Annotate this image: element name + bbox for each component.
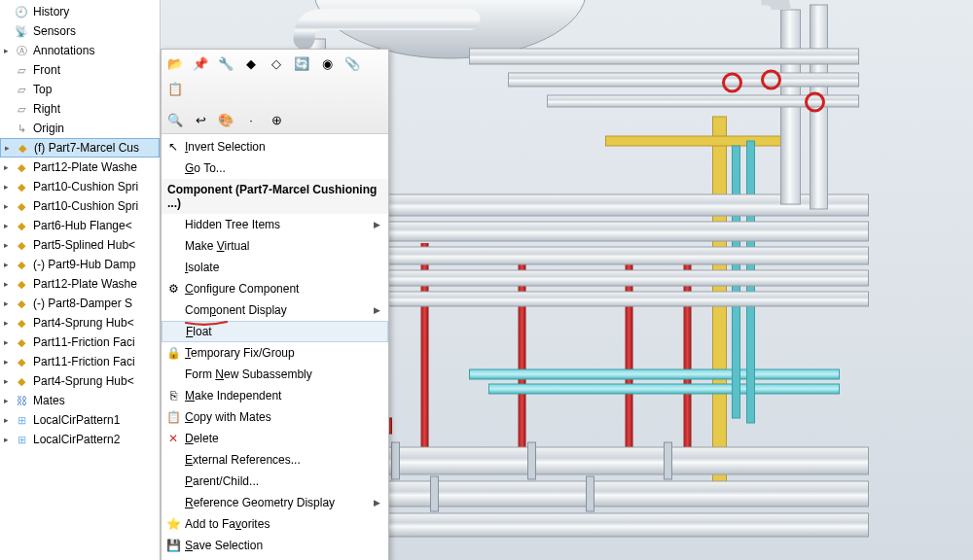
tree-item-9[interactable]: ▸◆Part10-Cushion Spri	[0, 177, 160, 196]
svg-rect-22	[431, 476, 439, 511]
mates-icon: ⛓	[14, 393, 29, 408]
tree-item-20[interactable]: ▸⛓Mates	[0, 391, 160, 410]
expander-icon[interactable]: ▸	[5, 143, 15, 153]
menu-parent-child[interactable]: Parent/Child...	[162, 471, 388, 492]
menu-hidden-tree-items[interactable]: Hidden Tree Items▶	[162, 214, 388, 235]
blank-icon	[165, 160, 181, 176]
context-toolbar: 📂📌🔧◆◇🔄◉📎📋🔍↩🎨·⊕	[162, 50, 388, 134]
tree-item-12[interactable]: ▸◆Part5-Splined Hub<	[0, 235, 160, 255]
tree-item-label: Part6-Hub Flange<	[33, 219, 132, 232]
tree-item-11[interactable]: ▸◆Part6-Hub Flange<	[0, 216, 160, 235]
tree-item-18[interactable]: ▸◆Part11-Friction Faci	[0, 352, 160, 371]
expander-icon[interactable]: ▸	[4, 357, 14, 367]
configure-icon: ⚙	[165, 281, 181, 297]
tree-item-5[interactable]: ▱Right	[0, 99, 160, 119]
ctx-tool-0-1[interactable]: 📌	[191, 53, 210, 73]
part-icon: ◆	[14, 257, 29, 272]
menu-configure-component[interactable]: ⚙Configure Component	[162, 278, 388, 299]
ctx-tool-1-0[interactable]: 🔍	[165, 110, 185, 129]
tree-item-17[interactable]: ▸◆Part11-Friction Faci	[0, 332, 160, 352]
part-icon: ◆	[14, 354, 29, 369]
ctx-tool-1-3[interactable]: ·	[241, 110, 261, 129]
ctx-tool-1-2[interactable]: 🎨	[216, 110, 235, 129]
menu-item-label: Save Selection	[185, 539, 263, 552]
menu-make-virtual[interactable]: Make Virtual	[162, 235, 388, 257]
expander-icon[interactable]: ▸	[4, 396, 14, 405]
part-icon: ◆	[14, 179, 29, 194]
expander-icon[interactable]: ▸	[4, 46, 14, 55]
blank-icon	[166, 324, 182, 339]
tree-item-3[interactable]: ▱Front	[0, 60, 160, 80]
tree-item-7[interactable]: ▸◆(f) Part7-Marcel Cus	[0, 138, 160, 158]
tree-item-10[interactable]: ▸◆Part10-Cushion Spri	[0, 196, 160, 216]
tree-item-0[interactable]: 🕘History	[0, 2, 160, 21]
tree-item-22[interactable]: ▸⊞LocalCirPattern2	[0, 430, 160, 449]
part-icon: ◆	[14, 237, 29, 253]
menu-invert-selection[interactable]: ↖Invert Selection	[162, 136, 388, 158]
menu-copy-with-mates[interactable]: 📋Copy with Mates	[162, 406, 388, 428]
ctx-tool-1-4[interactable]: ⊕	[267, 110, 286, 129]
history-icon: 🕘	[14, 4, 29, 19]
expander-icon[interactable]: ▸	[4, 162, 14, 172]
feature-tree-panel[interactable]: 🕘History📡Sensors▸ⒶAnnotations▱Front▱Top▱…	[0, 0, 161, 560]
invert-icon: ↖	[165, 139, 181, 155]
tree-item-label: Part11-Friction Faci	[33, 335, 135, 349]
ctx-tool-0-8[interactable]: 📋	[165, 79, 185, 98]
menu-isolate[interactable]: Isolate	[162, 257, 388, 278]
expander-icon[interactable]: ▸	[4, 240, 14, 250]
menu-delete[interactable]: ✕Delete	[162, 428, 388, 449]
expander-icon[interactable]: ▸	[4, 415, 14, 425]
menu-item-label: Delete	[185, 432, 219, 445]
menu-item-label: Form New Subassembly	[185, 368, 312, 381]
ctx-tool-0-6[interactable]: ◉	[317, 53, 337, 73]
plane-icon: ▱	[14, 101, 29, 117]
expander-icon[interactable]: ▸	[4, 279, 14, 289]
ctx-tool-0-4[interactable]: ◇	[267, 53, 286, 73]
part-icon: ◆	[14, 276, 29, 292]
menu-reference-geometry-display[interactable]: Reference Geometry Display▶	[162, 492, 388, 513]
menu-add-to-favorites[interactable]: ⭐Add to Favorites	[162, 513, 388, 535]
menu-make-independent[interactable]: ⎘Make Independent	[162, 385, 388, 406]
expander-icon[interactable]: ▸	[4, 201, 14, 211]
menu-form-new-subassembly[interactable]: Form New Subassembly	[162, 364, 388, 385]
ctx-tool-0-7[interactable]: 📎	[342, 53, 362, 73]
menu-go-to[interactable]: Go To...	[162, 158, 388, 179]
expander-icon[interactable]: ▸	[4, 182, 14, 192]
expander-icon[interactable]: ▸	[4, 376, 14, 386]
expander-icon[interactable]: ▸	[4, 435, 14, 444]
tree-item-16[interactable]: ▸◆Part4-Sprung Hub<	[0, 313, 160, 332]
blank-icon	[165, 452, 181, 468]
tree-item-2[interactable]: ▸ⒶAnnotations	[0, 41, 160, 60]
expander-icon[interactable]: ▸	[4, 337, 14, 347]
expander-icon[interactable]: ▸	[4, 318, 14, 328]
tree-item-21[interactable]: ▸⊞LocalCirPattern1	[0, 410, 160, 430]
tree-item-13[interactable]: ▸◆(-) Part9-Hub Damp	[0, 255, 160, 274]
tree-item-19[interactable]: ▸◆Part4-Sprung Hub<	[0, 371, 160, 391]
tree-item-4[interactable]: ▱Top	[0, 80, 160, 99]
menu-add-to-new-folder[interactable]: 📁Add to New Folder	[162, 556, 388, 560]
menu-component-display[interactable]: Component Display▶	[162, 299, 388, 321]
expander-icon[interactable]: ▸	[4, 260, 14, 269]
tree-item-1[interactable]: 📡Sensors	[0, 21, 160, 41]
tree-item-14[interactable]: ▸◆Part12-Plate Washe	[0, 274, 160, 294]
menu-save-selection[interactable]: 💾Save Selection	[162, 535, 388, 556]
expander-icon[interactable]: ▸	[4, 221, 14, 230]
menu-temporary-fix-group[interactable]: 🔒Temporary Fix/Group	[162, 342, 388, 364]
tree-item-6[interactable]: ↳Origin	[0, 119, 160, 138]
ctx-tool-0-2[interactable]: 🔧	[216, 53, 235, 73]
menu-item-label: Make Virtual	[185, 239, 250, 253]
menu-float[interactable]: Float	[162, 321, 388, 342]
blank-icon	[165, 217, 181, 232]
ctx-tool-1-1[interactable]: ↩	[191, 110, 210, 129]
blank-icon	[165, 302, 181, 318]
tree-item-label: Part10-Cushion Spri	[33, 180, 138, 193]
tree-item-8[interactable]: ▸◆Part12-Plate Washe	[0, 158, 160, 177]
ctx-tool-0-5[interactable]: 🔄	[292, 53, 311, 73]
tree-item-label: (-) Part9-Hub Damp	[33, 258, 135, 271]
tree-item-15[interactable]: ▸◆(-) Part8-Damper S	[0, 294, 160, 313]
menu-external-references[interactable]: External References...	[162, 449, 388, 471]
blank-icon	[165, 238, 181, 254]
ctx-tool-0-0[interactable]: 📂	[165, 53, 185, 73]
expander-icon[interactable]: ▸	[4, 298, 14, 308]
ctx-tool-0-3[interactable]: ◆	[241, 53, 261, 73]
